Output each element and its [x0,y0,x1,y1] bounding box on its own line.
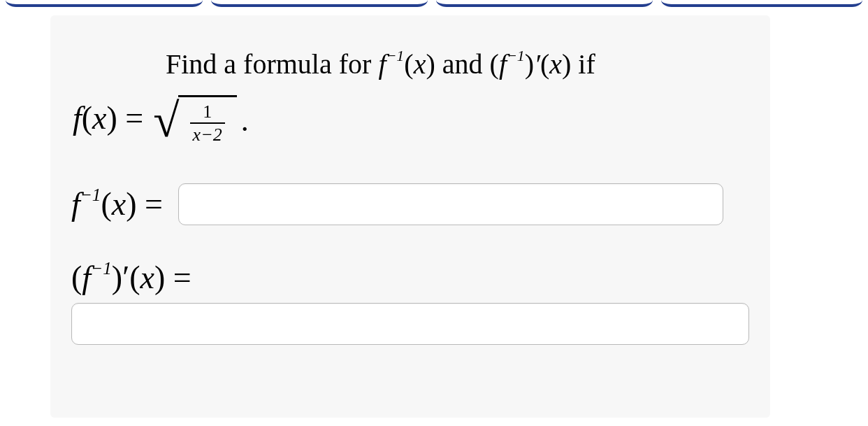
given-period: . [241,103,249,139]
expr-finv: f−1(x) [378,48,435,80]
prompt-tail: if [571,48,595,80]
fraction-denominator: x−2 [190,122,225,144]
top-nav-border [0,0,868,7]
question-panel: Find a formula for f−1(x) and (f−1)′(x) … [50,15,770,418]
answer-row-finv-prime: (f−1)′(x) = [71,259,749,345]
radicand: 1 x−2 [178,95,237,144]
question-prompt: Find a formula for f−1(x) and (f−1)′(x) … [166,48,749,81]
label-finv: f−1(x) = [71,185,163,222]
expr-finv-prime: (f−1)′(x) [490,48,572,80]
input-finv[interactable] [178,183,723,225]
prompt-lead: Find a formula for [166,48,378,80]
radical-sign: √ [153,101,179,141]
sqrt-expression: √ 1 x−2 [153,94,236,143]
label-finv-prime: (f−1)′(x) = [71,259,749,296]
answer-row-finv: f−1(x) = [71,183,749,225]
given-lhs: f(x) = [73,99,143,136]
fraction: 1 x−2 [190,103,225,144]
fraction-numerator: 1 [190,103,225,122]
prompt-middle: and [435,48,490,80]
input-finv-prime[interactable] [71,303,749,345]
given-function: f(x) = √ 1 x−2 . [73,94,749,143]
